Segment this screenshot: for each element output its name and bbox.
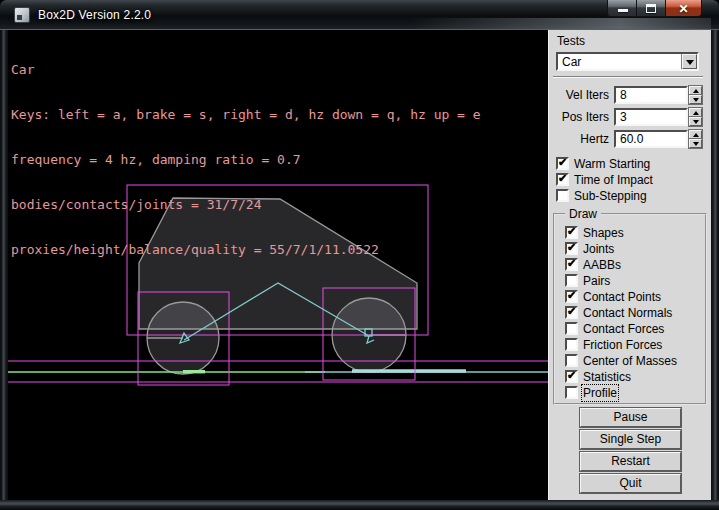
pos-iters-label: Pos Iters bbox=[549, 110, 609, 124]
draw-group: Draw Shapes Joints AABBs Pairs Contact P… bbox=[553, 213, 707, 405]
warm-starting-label: Warm Starting bbox=[574, 157, 650, 171]
stats-keys: Keys: left = a, brake = s, right = d, hz… bbox=[11, 107, 481, 122]
contact-points-checkbox[interactable] bbox=[565, 290, 578, 303]
vel-iters-down-button[interactable] bbox=[689, 95, 702, 104]
window-border-bottom bbox=[0, 500, 719, 510]
center-of-masses-label: Center of Masses bbox=[583, 354, 677, 368]
window-border-left bbox=[0, 30, 8, 500]
contact-normals-checkbox[interactable] bbox=[565, 306, 578, 319]
contact-forces-checkbox[interactable] bbox=[565, 322, 578, 335]
quit-button[interactable]: Quit bbox=[580, 474, 681, 493]
hertz-input[interactable]: 60.0 bbox=[614, 130, 688, 148]
vel-iters-spinner bbox=[689, 86, 702, 104]
vel-iters-input[interactable]: 8 bbox=[614, 86, 688, 104]
profile-label: Profile bbox=[583, 386, 617, 400]
app-window: Box2D Version 2.2.0 ✕ bbox=[0, 0, 719, 510]
joints-label: Joints bbox=[583, 242, 614, 256]
close-icon: ✕ bbox=[666, 2, 701, 16]
minimize-icon bbox=[618, 9, 628, 12]
app-icon bbox=[14, 7, 30, 23]
tests-dropdown[interactable]: Car bbox=[556, 52, 699, 71]
hertz-down-button[interactable] bbox=[689, 139, 702, 148]
window-border-right bbox=[711, 30, 719, 500]
hertz-row: Hertz 60.0 bbox=[549, 130, 712, 148]
close-button[interactable]: ✕ bbox=[665, 0, 702, 17]
pos-iters-value: 3 bbox=[620, 110, 627, 124]
pos-iters-spinner bbox=[689, 108, 702, 126]
stats-proxies: proxies/height/balance/quality = 55/7/1/… bbox=[11, 242, 481, 257]
simulation-canvas[interactable]: Car Keys: left = a, brake = s, right = d… bbox=[8, 30, 548, 500]
chevron-down-icon bbox=[686, 60, 694, 65]
warm-starting-checkbox[interactable] bbox=[556, 157, 569, 170]
statistics-checkbox[interactable] bbox=[565, 370, 578, 383]
pos-iters-input[interactable]: 3 bbox=[614, 108, 688, 126]
tests-label: Tests bbox=[557, 34, 585, 48]
minimize-button[interactable] bbox=[607, 0, 637, 17]
contact-points-label: Contact Points bbox=[583, 290, 661, 304]
hertz-spinner bbox=[689, 130, 702, 148]
hertz-label: Hertz bbox=[549, 132, 609, 146]
hertz-up-button[interactable] bbox=[689, 130, 702, 139]
time-of-impact-checkbox[interactable] bbox=[556, 173, 569, 186]
statistics-label: Statistics bbox=[583, 370, 631, 384]
pause-button[interactable]: Pause bbox=[580, 408, 681, 427]
contact-normals-label: Contact Normals bbox=[583, 306, 672, 320]
vel-iters-up-button[interactable] bbox=[689, 86, 702, 95]
separator bbox=[553, 76, 703, 78]
sub-stepping-label: Sub-Stepping bbox=[574, 189, 647, 203]
shapes-checkbox[interactable] bbox=[565, 226, 578, 239]
pairs-label: Pairs bbox=[583, 274, 610, 288]
tests-dropdown-button[interactable] bbox=[682, 54, 697, 69]
draw-group-title: Draw bbox=[565, 207, 601, 221]
stats-bodies: bodies/contacts/joints = 31/7/24 bbox=[11, 197, 481, 212]
debug-stats-text: Car Keys: left = a, brake = s, right = d… bbox=[11, 32, 481, 287]
friction-forces-checkbox[interactable] bbox=[565, 338, 578, 351]
pos-iters-row: Pos Iters 3 bbox=[549, 108, 712, 126]
aabbs-checkbox[interactable] bbox=[565, 258, 578, 271]
pairs-checkbox[interactable] bbox=[565, 274, 578, 287]
contact-forces-label: Contact Forces bbox=[583, 322, 664, 336]
time-of-impact-label: Time of Impact bbox=[574, 173, 653, 187]
contact-point-marker bbox=[183, 370, 205, 373]
vel-iters-row: Vel Iters 8 bbox=[549, 86, 712, 104]
pos-iters-up-button[interactable] bbox=[689, 108, 702, 117]
center-of-masses-checkbox[interactable] bbox=[565, 354, 578, 367]
joints-checkbox[interactable] bbox=[565, 242, 578, 255]
aabbs-label: AABBs bbox=[583, 258, 621, 272]
single-step-button[interactable]: Single Step bbox=[580, 430, 681, 449]
maximize-button[interactable] bbox=[637, 0, 665, 17]
restart-button[interactable]: Restart bbox=[580, 452, 681, 471]
window-title: Box2D Version 2.2.0 bbox=[38, 8, 151, 22]
stats-test-name: Car bbox=[11, 62, 481, 77]
vel-iters-label: Vel Iters bbox=[549, 88, 609, 102]
shapes-label: Shapes bbox=[583, 226, 624, 240]
tests-selected-value: Car bbox=[562, 55, 581, 69]
profile-checkbox[interactable] bbox=[565, 386, 578, 399]
sub-stepping-checkbox[interactable] bbox=[556, 189, 569, 202]
friction-forces-label: Friction Forces bbox=[583, 338, 662, 352]
vel-iters-value: 8 bbox=[620, 88, 627, 102]
hertz-value: 60.0 bbox=[620, 132, 643, 146]
maximize-icon bbox=[646, 4, 656, 13]
titlebar[interactable]: Box2D Version 2.2.0 ✕ bbox=[0, 0, 719, 30]
caption-buttons: ✕ bbox=[607, 0, 702, 17]
stats-frequency: frequency = 4 hz, damping ratio = 0.7 bbox=[11, 152, 481, 167]
titlebar-gloss bbox=[411, 18, 711, 29]
control-panel: Tests Car Vel Iters 8 Pos Iters 3 bbox=[548, 30, 711, 500]
pos-iters-down-button[interactable] bbox=[689, 117, 702, 126]
car-rear-wheel-shape bbox=[147, 302, 219, 374]
